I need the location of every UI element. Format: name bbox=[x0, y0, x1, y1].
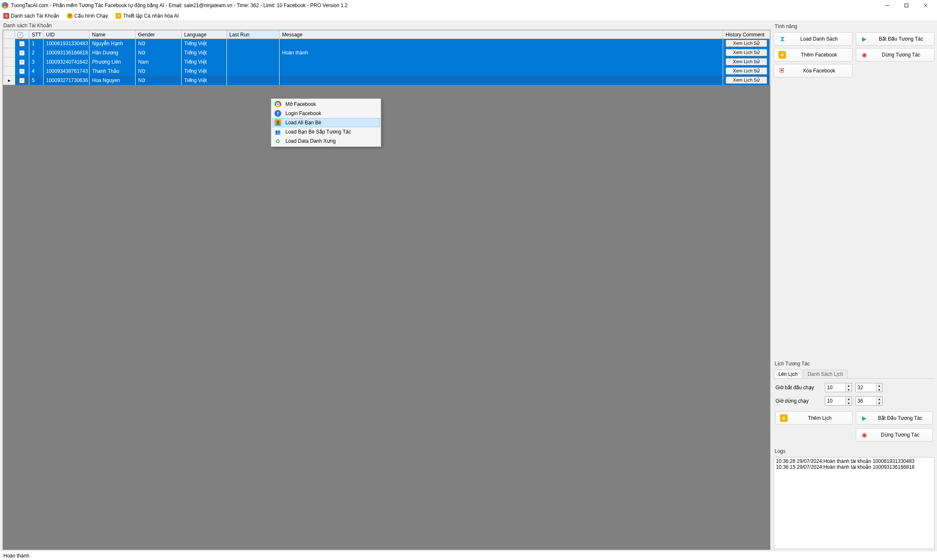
cell-history: Xem Lịch Sử bbox=[723, 67, 770, 76]
table-row[interactable]: 4100093438761743Thanh ThảoNữTiếng ViệtXe… bbox=[3, 67, 770, 76]
row-checkbox[interactable] bbox=[19, 69, 25, 74]
col-stt[interactable]: STT bbox=[29, 31, 44, 39]
col-message[interactable]: Message bbox=[280, 31, 723, 39]
start-minute-input[interactable] bbox=[856, 385, 876, 390]
stop-minute-spinner[interactable]: ▲▼ bbox=[855, 396, 883, 406]
row-checkbox-cell[interactable] bbox=[15, 39, 29, 48]
row-checkbox[interactable] bbox=[19, 50, 25, 56]
table-row[interactable]: 3100093240741642Phương LiênNamTiếng Việt… bbox=[3, 57, 770, 67]
cell-name: Hân Dương bbox=[90, 48, 136, 57]
stop-minute-input[interactable] bbox=[856, 398, 876, 404]
view-history-button[interactable]: Xem Lịch Sử bbox=[726, 58, 767, 65]
stop-hour-up[interactable]: ▲ bbox=[846, 397, 852, 401]
stop-interaction-button[interactable]: Dừng Tương Tác bbox=[856, 48, 934, 62]
start-hour-down[interactable]: ▼ bbox=[846, 388, 852, 392]
col-checkbox[interactable] bbox=[15, 31, 29, 39]
row-indicator bbox=[3, 67, 15, 76]
cell-last-run bbox=[227, 76, 280, 85]
stop-minute-down[interactable]: ▼ bbox=[876, 401, 882, 405]
view-history-button[interactable]: Xem Lịch Sử bbox=[726, 67, 767, 74]
row-checkbox[interactable] bbox=[19, 59, 25, 65]
tab-schedule-list[interactable]: Danh Sách Lịch bbox=[803, 370, 848, 378]
view-history-button[interactable]: Xem Lịch Sử bbox=[726, 40, 767, 47]
cell-uid: 100093271730636 bbox=[44, 76, 90, 85]
row-checkbox[interactable] bbox=[19, 78, 25, 83]
ctx-open-facebook[interactable]: Mở Facebook bbox=[272, 100, 380, 109]
stop-time-label: Giờ dừng chạy bbox=[775, 398, 821, 404]
minimize-button[interactable] bbox=[878, 0, 897, 11]
stop-minute-up[interactable]: ▲ bbox=[876, 397, 882, 401]
toolbar-run-config-label: Cấu hình Chạy bbox=[74, 13, 108, 19]
stop-icon bbox=[860, 51, 868, 59]
start-minute-spinner[interactable]: ▲▼ bbox=[855, 383, 883, 392]
cell-language: Tiếng Việt bbox=[182, 48, 227, 57]
header-checkbox[interactable] bbox=[18, 32, 23, 38]
ctx-load-soon-friends-label: Load Bạn Bè Sắp Tương Tác bbox=[285, 129, 351, 135]
stop-hour-down[interactable]: ▼ bbox=[846, 401, 852, 405]
add-facebook-button[interactable]: Thêm Facebook bbox=[774, 48, 852, 62]
start-interaction-button[interactable]: Bắt Đầu Tương Tác bbox=[856, 32, 934, 46]
ctx-login-facebook-label: Login Facebook bbox=[285, 110, 321, 116]
toolbar-ai-personal[interactable]: Thiết lập Cá nhân hóa AI bbox=[114, 12, 180, 20]
delete-facebook-label: Xóa Facebook bbox=[790, 68, 848, 74]
facebook-icon bbox=[275, 110, 281, 117]
cell-gender: Nữ bbox=[136, 39, 182, 48]
cell-history: Xem Lịch Sử bbox=[723, 48, 770, 57]
col-name[interactable]: Name bbox=[90, 31, 136, 39]
ctx-load-pronoun-data-label: Load Data Danh Xưng bbox=[285, 138, 336, 144]
row-checkbox-cell[interactable] bbox=[15, 48, 29, 57]
stop-icon bbox=[860, 431, 868, 439]
stop-hour-spinner[interactable]: ▲▼ bbox=[825, 396, 852, 406]
table-row[interactable]: 1100061931330483Nguyễn HạnhNữTiếng ViệtX… bbox=[3, 39, 770, 48]
cell-message bbox=[280, 67, 723, 76]
row-checkbox-cell[interactable] bbox=[15, 76, 29, 85]
col-history[interactable]: History Comment bbox=[723, 31, 770, 39]
toolbar-run-config[interactable]: Cấu hình Chạy bbox=[65, 12, 110, 20]
cell-gender: Nữ bbox=[136, 67, 182, 76]
app-icon bbox=[2, 2, 8, 9]
table-row[interactable]: 2100093136166818Hân DươngNữTiếng ViệtHoà… bbox=[3, 48, 770, 57]
row-checkbox[interactable] bbox=[19, 41, 25, 46]
chrome-icon bbox=[275, 101, 281, 108]
row-checkbox-cell[interactable] bbox=[15, 57, 29, 67]
cell-language: Tiếng Việt bbox=[182, 67, 227, 76]
table-row[interactable]: ▸5100093271730636Hoa NguyenNữTiếng ViệtX… bbox=[3, 76, 770, 85]
accounts-grid[interactable]: STT UID Name Gender Language Last Run Me… bbox=[3, 30, 770, 550]
stop-interaction-label: Dừng Tương Tác bbox=[872, 52, 930, 58]
logs-box[interactable]: 10:36:26 29/07/2024:Hoàn thành tài khoản… bbox=[774, 457, 934, 549]
ctx-load-all-friends[interactable]: Load All Bạn Bè bbox=[272, 118, 380, 127]
schedule-stop-button[interactable]: Dừng Tương Tác bbox=[856, 428, 933, 442]
load-list-button[interactable]: Load Danh Sách bbox=[774, 32, 852, 46]
cell-last-run bbox=[227, 67, 280, 76]
cell-history: Xem Lịch Sử bbox=[723, 76, 770, 85]
cell-last-run bbox=[227, 48, 280, 57]
schedule-start-button[interactable]: Bắt Đầu Tương Tác bbox=[856, 411, 933, 425]
toolbar-accounts[interactable]: Danh sách Tài Khoản bbox=[2, 12, 61, 20]
close-button[interactable] bbox=[916, 0, 935, 11]
delete-facebook-button[interactable]: Xóa Facebook bbox=[774, 64, 852, 77]
start-hour-up[interactable]: ▲ bbox=[846, 383, 852, 388]
col-gender[interactable]: Gender bbox=[136, 31, 182, 39]
row-checkbox-cell[interactable] bbox=[15, 67, 29, 76]
add-schedule-button[interactable]: Thêm Lịch bbox=[775, 411, 852, 425]
view-history-button[interactable]: Xem Lịch Sử bbox=[726, 49, 767, 56]
start-minute-down[interactable]: ▼ bbox=[876, 388, 882, 392]
ctx-load-pronoun-data[interactable]: Load Data Danh Xưng bbox=[272, 136, 380, 146]
col-language[interactable]: Language bbox=[182, 31, 227, 39]
start-hour-spinner[interactable]: ▲▼ bbox=[825, 383, 852, 392]
cell-stt: 4 bbox=[29, 67, 44, 76]
view-history-button[interactable]: Xem Lịch Sử bbox=[726, 77, 767, 84]
col-uid[interactable]: UID bbox=[44, 31, 90, 39]
start-hour-input[interactable] bbox=[825, 385, 845, 390]
start-minute-up[interactable]: ▲ bbox=[876, 383, 882, 388]
ctx-load-soon-friends[interactable]: Load Bạn Bè Sắp Tương Tác bbox=[272, 127, 380, 136]
tab-schedule[interactable]: Lên Lịch bbox=[774, 370, 802, 378]
col-last-run[interactable]: Last Run bbox=[227, 31, 280, 39]
start-time-label: Giờ bắt đầu chạy bbox=[775, 385, 821, 390]
cell-last-run bbox=[227, 57, 280, 67]
stop-hour-input[interactable] bbox=[825, 398, 845, 404]
cell-language: Tiếng Việt bbox=[182, 76, 227, 85]
maximize-button[interactable] bbox=[897, 0, 916, 11]
ctx-login-facebook[interactable]: Login Facebook bbox=[272, 109, 380, 118]
start-interaction-label: Bắt Đầu Tương Tác bbox=[872, 36, 930, 42]
